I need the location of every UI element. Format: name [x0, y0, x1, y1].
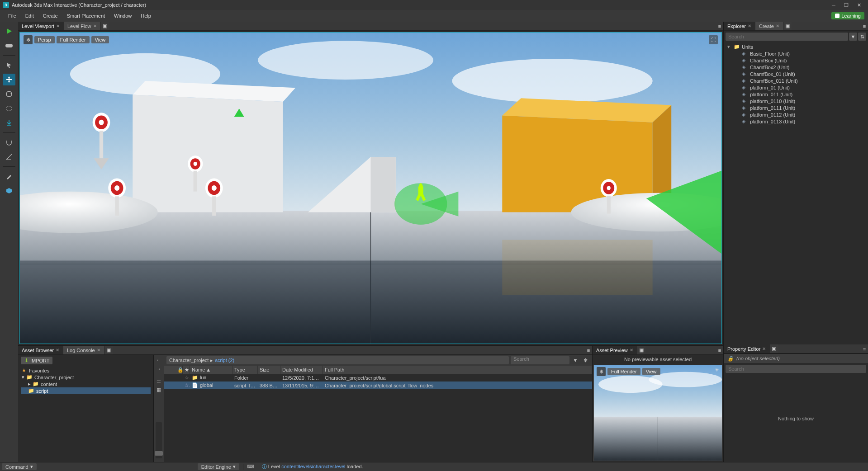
command-dropdown[interactable]: Command▾ — [2, 463, 37, 470]
panel-menu-icon[interactable]: ≡ — [585, 346, 592, 354]
tree-favorites[interactable]: ★Favorites — [21, 367, 151, 374]
explorer-item[interactable]: ◈platform_01 (Unit) — [726, 84, 866, 91]
explorer-item[interactable]: ◈ChamfBox (Unit) — [726, 57, 866, 64]
gamepad-button[interactable] — [3, 40, 15, 52]
brush-button[interactable] — [3, 170, 15, 182]
close-icon[interactable]: ✕ — [56, 24, 60, 28]
close-icon[interactable]: ✕ — [776, 24, 779, 28]
snap-button[interactable] — [3, 137, 15, 148]
tab-log-console[interactable]: Log Console✕ — [63, 346, 104, 354]
menu-window[interactable]: Window — [109, 11, 136, 20]
explorer-item[interactable]: ◈ChamfBox2 (Unit) — [726, 64, 866, 71]
filter-icon[interactable]: ▼ — [849, 33, 857, 41]
col-date[interactable]: Date Modified — [280, 366, 323, 374]
rotate-tool[interactable] — [3, 88, 15, 100]
thumbnail-size-slider[interactable] — [156, 422, 162, 458]
asset-preview-viewport[interactable]: ✻ Full Render View ☀ — [593, 365, 722, 461]
engine-dropdown[interactable]: Editor Engine▾ — [198, 463, 239, 470]
close-icon[interactable]: ✕ — [56, 348, 59, 353]
asset-search-input[interactable]: Search — [511, 356, 569, 364]
col-path[interactable]: Full Path — [323, 366, 592, 374]
level-viewport[interactable]: ✻ Persp Full Render View ⛶ — [19, 32, 722, 344]
explorer-item[interactable]: ◈ChamfBox_011 (Unit) — [726, 77, 866, 84]
explorer-search-input[interactable] — [726, 33, 848, 41]
tab-asset-browser[interactable]: Asset Browser✕ — [18, 346, 63, 354]
preview-view-mode[interactable]: View — [642, 368, 660, 375]
explorer-item[interactable]: ◈Basic_Floor (Unit) — [726, 50, 866, 57]
add-tab-button[interactable]: ▣ — [783, 22, 792, 30]
add-tab-button[interactable]: ▣ — [770, 344, 778, 353]
tree-project[interactable]: ▾📁Character_project — [21, 374, 151, 381]
move-tool[interactable] — [3, 74, 15, 85]
import-button[interactable]: ⬇ IMPORT — [21, 357, 52, 364]
menu-help[interactable]: Help — [136, 11, 156, 20]
menu-smart-placement[interactable]: Smart Placement — [62, 11, 109, 20]
star-icon[interactable]: ★ — [183, 366, 190, 374]
property-search-input[interactable] — [726, 365, 866, 373]
fwd-nav-icon[interactable]: → — [155, 365, 163, 373]
select-tool[interactable] — [3, 59, 15, 71]
tree-folder-script[interactable]: 📁script — [21, 387, 151, 394]
panel-menu-icon[interactable]: ≡ — [716, 22, 723, 30]
col-type[interactable]: Type — [232, 366, 258, 374]
close-icon[interactable]: ✕ — [93, 24, 97, 28]
window-maximize-button[interactable]: ❐ — [840, 0, 853, 10]
star-icon[interactable]: ☆ — [183, 382, 190, 388]
tab-create[interactable]: Create✕ — [755, 22, 783, 30]
place-tool[interactable] — [3, 117, 15, 129]
add-tab-button[interactable]: ▣ — [101, 22, 109, 30]
lock-icon[interactable]: 🔒 — [727, 356, 734, 362]
menu-create[interactable]: Create — [38, 11, 62, 20]
settings-icon[interactable]: ✻ — [581, 356, 589, 364]
close-icon[interactable]: ✕ — [748, 24, 751, 28]
panel-menu-icon[interactable]: ≡ — [861, 22, 868, 30]
lighting-icon[interactable]: ☀ — [715, 367, 719, 373]
sort-icon[interactable]: ⇅ — [858, 33, 866, 41]
viewport-maximize-icon[interactable]: ⛶ — [709, 35, 718, 44]
add-tab-button[interactable]: ▣ — [637, 346, 645, 354]
explorer-item[interactable]: ◈platform_011 (Unit) — [726, 91, 866, 98]
star-icon[interactable]: ☆ — [183, 375, 190, 381]
measure-button[interactable] — [3, 151, 15, 163]
table-row[interactable]: ☆ 📄global script_flo... 388 Bytes 13/11/… — [164, 382, 592, 389]
viewport-view-mode[interactable]: View — [91, 36, 109, 43]
tab-level-viewport[interactable]: Level Viewport ✕ — [18, 22, 64, 30]
play-button[interactable] — [3, 25, 15, 37]
window-minimize-button[interactable]: ─ — [827, 0, 840, 10]
tab-asset-preview[interactable]: Asset Preview✕ — [593, 346, 637, 354]
col-name[interactable]: Name▲ — [190, 366, 232, 374]
primitive-button[interactable] — [3, 185, 15, 197]
preview-render-mode[interactable]: Full Render — [607, 368, 640, 375]
menu-file[interactable]: File — [4, 11, 21, 20]
tab-property-editor[interactable]: Property Editor✕ — [724, 344, 770, 353]
terminal-icon[interactable]: ⌨ — [247, 464, 254, 470]
viewport-settings-icon[interactable]: ✻ — [24, 35, 33, 44]
close-icon[interactable]: ✕ — [97, 348, 100, 353]
grid-view-icon[interactable]: ▦ — [155, 386, 163, 394]
tree-folder-content[interactable]: ▸📁content — [21, 381, 151, 387]
filter-icon[interactable]: ▼ — [571, 356, 579, 364]
viewport-render-mode[interactable]: Full Render — [57, 36, 90, 43]
panel-menu-icon[interactable]: ≡ — [716, 346, 723, 354]
learning-button[interactable]: Learning — [831, 12, 864, 19]
explorer-item[interactable]: ◈platform_0113 (Unit) — [726, 118, 866, 125]
lock-icon[interactable]: 🔒 — [175, 366, 183, 374]
window-close-button[interactable]: ✕ — [853, 0, 865, 10]
tab-level-flow[interactable]: Level Flow ✕ — [64, 22, 101, 30]
explorer-root[interactable]: ▾📁Units — [726, 43, 866, 50]
preview-settings-icon[interactable]: ✻ — [597, 367, 606, 376]
scale-tool[interactable] — [3, 103, 15, 114]
back-nav-icon[interactable]: ← — [155, 356, 163, 364]
explorer-item[interactable]: ◈platform_0111 (Unit) — [726, 104, 866, 111]
close-icon[interactable]: ✕ — [630, 348, 633, 353]
breadcrumb[interactable]: Character_project ▸ script (2) — [166, 356, 509, 364]
panel-menu-icon[interactable]: ≡ — [861, 344, 868, 353]
list-view-icon[interactable]: ☰ — [155, 377, 163, 385]
table-row[interactable]: ☆ 📁lua Folder 12/5/2020, 7:15:24 ... Cha… — [164, 374, 592, 382]
explorer-item[interactable]: ◈platform_0110 (Unit) — [726, 98, 866, 104]
add-tab-button[interactable]: ▣ — [104, 346, 113, 354]
tab-explorer[interactable]: Explorer✕ — [724, 22, 755, 30]
close-icon[interactable]: ✕ — [762, 346, 766, 351]
explorer-item[interactable]: ◈ChamfBox_01 (Unit) — [726, 71, 866, 77]
explorer-item[interactable]: ◈platform_0112 (Unit) — [726, 111, 866, 118]
